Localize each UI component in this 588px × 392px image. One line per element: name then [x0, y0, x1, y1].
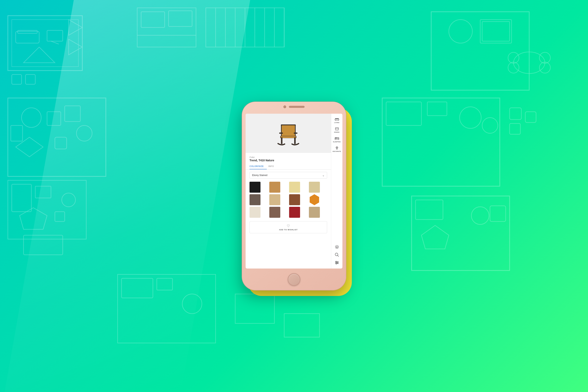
phone-frame: Color Trend, T410 Nature COLOR/SIZE INFO… [242, 102, 346, 290]
swatch-dark-brown[interactable] [250, 194, 260, 205]
wishlist-label: ADD TO WISHLIST [279, 229, 298, 231]
svg-point-39 [482, 118, 498, 133]
heart-icon: ♡ [287, 224, 290, 228]
color-name: Trend, T410 Nature [250, 159, 327, 162]
svg-line-96 [338, 256, 339, 256]
svg-rect-42 [510, 124, 520, 134]
dropdown-value: Ebony Stained [252, 174, 267, 176]
svg-rect-41 [525, 112, 536, 122]
svg-point-12 [22, 108, 41, 128]
tab-info[interactable]: INFO [268, 164, 277, 169]
svg-line-84 [338, 130, 338, 130]
finish-dropdown[interactable]: Ebony Stained ⌄ [250, 172, 327, 178]
color-grid [246, 180, 331, 219]
svg-point-95 [335, 253, 338, 256]
swatch-black[interactable] [250, 182, 260, 193]
svg-point-102 [336, 263, 337, 264]
phone-top-bar [284, 106, 304, 108]
svg-rect-70 [282, 126, 295, 137]
svg-rect-10 [26, 74, 35, 84]
svg-point-90 [336, 146, 338, 148]
bed-icon [334, 136, 339, 141]
svg-rect-20 [12, 184, 31, 212]
svg-point-101 [337, 262, 338, 263]
swatch-cream[interactable] [289, 182, 300, 193]
home-button[interactable] [288, 273, 300, 286]
svg-rect-37 [427, 102, 447, 116]
svg-rect-73 [281, 138, 283, 144]
svg-rect-75 [279, 132, 283, 134]
swatch-orange-hex[interactable] [309, 194, 320, 205]
svg-point-100 [336, 261, 336, 262]
swatch-off-white[interactable] [250, 207, 260, 218]
svg-line-5 [51, 41, 59, 44]
svg-rect-35 [382, 98, 500, 186]
svg-point-38 [460, 107, 481, 128]
nav-item-living[interactable]: LIVING [331, 115, 342, 125]
tabs: COLOR/SIZE INFO [246, 164, 331, 170]
svg-rect-40 [510, 108, 521, 120]
dropdown-arrow-icon: ⌄ [322, 174, 324, 177]
sliders-icon[interactable] [334, 260, 340, 266]
phone-screen: Color Trend, T410 Nature COLOR/SIZE INFO… [246, 114, 342, 268]
svg-rect-36 [386, 102, 422, 126]
svg-rect-29 [482, 22, 510, 41]
svg-rect-9 [12, 74, 22, 84]
nav-item-decorate[interactable]: DECORATE [331, 144, 342, 154]
svg-rect-72 [281, 136, 296, 138]
svg-rect-76 [294, 132, 298, 134]
svg-rect-4 [47, 30, 63, 41]
svg-rect-3 [18, 30, 37, 33]
swatch-sand[interactable] [269, 194, 280, 205]
phone-speaker [289, 106, 304, 108]
color-label: Color [250, 156, 327, 158]
svg-rect-44 [416, 200, 443, 220]
nav-item-sleeping[interactable]: SLEEPING [331, 134, 342, 144]
add-to-wishlist-button[interactable]: ♡ ADD TO WISHLIST [250, 221, 327, 233]
svg-rect-66 [284, 314, 320, 337]
nav-item-dining[interactable]: DINING [331, 125, 342, 134]
search-icon[interactable] [334, 252, 340, 258]
svg-rect-74 [294, 138, 296, 144]
right-sidebar: LIVING DINING [331, 114, 342, 268]
svg-rect-46 [490, 206, 506, 222]
nav-label-decorate: DECORATE [332, 151, 341, 152]
app-content: Color Trend, T410 Nature COLOR/SIZE INFO… [246, 114, 331, 268]
dining-icon [334, 126, 339, 131]
wishlist-container: ♡ ADD TO WISHLIST [246, 219, 331, 236]
phone-camera [284, 106, 286, 108]
svg-line-83 [336, 130, 336, 130]
swatch-tan[interactable] [269, 182, 280, 193]
svg-point-91 [336, 147, 337, 148]
dropdown-container: Ebony Stained ⌄ [246, 170, 331, 180]
phone-wrapper: Color Trend, T410 Nature COLOR/SIZE INFO… [242, 102, 346, 290]
product-info: Color Trend, T410 Nature [246, 153, 331, 164]
svg-rect-77 [335, 119, 339, 120]
heart-eye-icon[interactable] [334, 244, 340, 250]
nav-label-sleeping: SLEEPING [333, 141, 341, 142]
decorate-icon [334, 146, 339, 150]
tab-color-size[interactable]: COLOR/SIZE [250, 164, 267, 169]
svg-point-27 [449, 20, 472, 43]
nav-bottom-icons [334, 244, 340, 268]
svg-rect-65 [235, 294, 274, 324]
svg-marker-47 [422, 226, 449, 249]
nav-label-living: LIVING [334, 122, 339, 123]
chair-image [274, 118, 303, 149]
swatch-warm-brown[interactable] [269, 207, 280, 218]
swatch-red[interactable] [289, 207, 300, 218]
svg-marker-17 [16, 137, 43, 157]
swatch-light-cream[interactable] [309, 182, 320, 193]
swatch-medium-brown[interactable] [289, 194, 300, 205]
svg-rect-43 [412, 196, 510, 270]
svg-rect-15 [11, 126, 22, 141]
svg-rect-81 [335, 128, 338, 130]
sofa-icon [334, 117, 339, 122]
svg-marker-6 [24, 47, 55, 63]
product-image-area [246, 114, 331, 153]
svg-point-45 [472, 207, 489, 224]
svg-rect-28 [480, 20, 512, 43]
swatch-khaki[interactable] [309, 207, 320, 218]
nav-label-dining: DINING [334, 132, 340, 133]
